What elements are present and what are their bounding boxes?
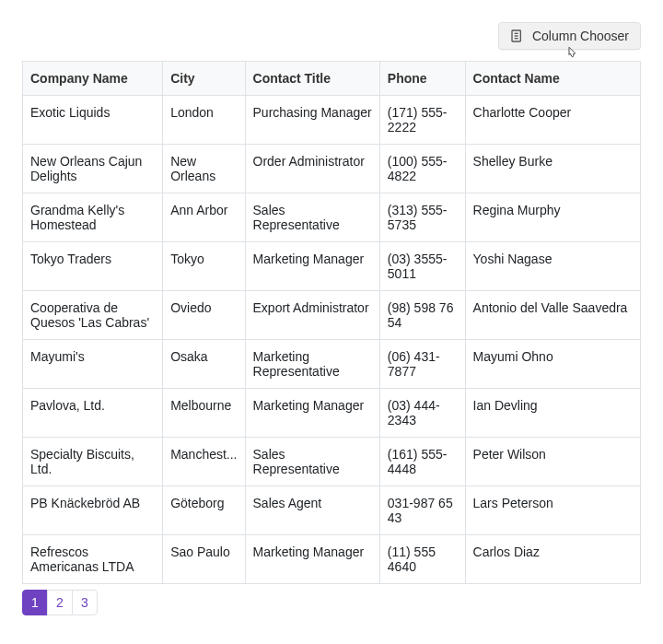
cell-city: London	[163, 96, 245, 145]
cell-company: Refrescos Americanas LTDA	[23, 535, 163, 584]
grid-toolbar: Column Chooser	[22, 22, 641, 50]
cell-company: Cooperativa de Quesos 'Las Cabras'	[23, 291, 163, 340]
table-row[interactable]: Pavlova, Ltd.MelbourneMarketing Manager(…	[23, 389, 641, 438]
cell-contact-title: Purchasing Manager	[245, 96, 379, 145]
table-row[interactable]: PB Knäckebröd ABGöteborgSales Agent031-9…	[23, 486, 641, 535]
column-header-phone[interactable]: Phone	[379, 62, 465, 96]
cell-phone: (11) 555 4640	[379, 535, 465, 584]
cell-contact-name: Antonio del Valle Saavedra	[465, 291, 640, 340]
cell-contact-title: Order Administrator	[245, 145, 379, 193]
column-chooser-label: Column Chooser	[532, 29, 629, 43]
cell-company: New Orleans Cajun Delights	[23, 145, 163, 193]
table-row[interactable]: New Orleans Cajun DelightsNew OrleansOrd…	[23, 145, 641, 193]
cell-city: Oviedo	[163, 291, 245, 340]
cell-contact-name: Lars Peterson	[465, 486, 640, 535]
cell-phone: (06) 431-7877	[379, 340, 465, 389]
column-header-city[interactable]: City	[163, 62, 245, 96]
cell-city: Tokyo	[163, 242, 245, 291]
cell-company: Grandma Kelly's Homestead	[23, 193, 163, 242]
cell-company: Exotic Liquids	[23, 96, 163, 145]
table-row[interactable]: Grandma Kelly's HomesteadAnn ArborSales …	[23, 193, 641, 242]
column-header-contact-title[interactable]: Contact Title	[245, 62, 379, 96]
cell-city: Ann Arbor	[163, 193, 245, 242]
table-row[interactable]: Tokyo TradersTokyoMarketing Manager(03) …	[23, 242, 641, 291]
cell-city: Sao Paulo	[163, 535, 245, 584]
table-row[interactable]: Cooperativa de Quesos 'Las Cabras'Oviedo…	[23, 291, 641, 340]
table-row[interactable]: Specialty Biscuits, Ltd.Manchest...Sales…	[23, 438, 641, 486]
cell-company: PB Knäckebröd AB	[23, 486, 163, 535]
header-row: Company Name City Contact Title Phone Co…	[23, 62, 641, 96]
column-header-contact-name[interactable]: Contact Name	[465, 62, 640, 96]
pager: 123	[22, 590, 641, 615]
column-chooser-button[interactable]: Column Chooser	[498, 22, 641, 50]
cell-phone: (100) 555-4822	[379, 145, 465, 193]
cell-phone: (03) 444-2343	[379, 389, 465, 438]
cell-phone: (161) 555-4448	[379, 438, 465, 486]
cell-contact-title: Sales Representative	[245, 193, 379, 242]
cell-contact-name: Peter Wilson	[465, 438, 640, 486]
cell-city: Osaka	[163, 340, 245, 389]
cell-contact-title: Sales Representative	[245, 438, 379, 486]
cell-contact-name: Ian Devling	[465, 389, 640, 438]
cell-company: Pavlova, Ltd.	[23, 389, 163, 438]
cell-company: Specialty Biscuits, Ltd.	[23, 438, 163, 486]
cell-city: Melbourne	[163, 389, 245, 438]
cell-phone: (313) 555-5735	[379, 193, 465, 242]
cell-company: Mayumi's	[23, 340, 163, 389]
cell-phone: (03) 3555-5011	[379, 242, 465, 291]
cell-contact-name: Mayumi Ohno	[465, 340, 640, 389]
cell-city: Göteborg	[163, 486, 245, 535]
cell-contact-name: Regina Murphy	[465, 193, 640, 242]
page-button-3[interactable]: 3	[72, 590, 98, 615]
cell-phone: (98) 598 76 54	[379, 291, 465, 340]
page-button-1[interactable]: 1	[22, 590, 48, 615]
table-row[interactable]: Refrescos Americanas LTDASao PauloMarket…	[23, 535, 641, 584]
cell-phone: 031-987 65 43	[379, 486, 465, 535]
table-row[interactable]: Mayumi'sOsakaMarketing Representative(06…	[23, 340, 641, 389]
cell-contact-name: Carlos Diaz	[465, 535, 640, 584]
cell-contact-title: Sales Agent	[245, 486, 379, 535]
cell-city: Manchest...	[163, 438, 245, 486]
cell-contact-title: Marketing Representative	[245, 340, 379, 389]
cell-company: Tokyo Traders	[23, 242, 163, 291]
cell-contact-name: Shelley Burke	[465, 145, 640, 193]
cell-contact-title: Marketing Manager	[245, 389, 379, 438]
cell-city: New Orleans	[163, 145, 245, 193]
cell-contact-title: Export Administrator	[245, 291, 379, 340]
cell-contact-name: Yoshi Nagase	[465, 242, 640, 291]
page-button-2[interactable]: 2	[47, 590, 73, 615]
data-grid: Company Name City Contact Title Phone Co…	[22, 61, 641, 584]
cell-contact-name: Charlotte Cooper	[465, 96, 640, 145]
cell-phone: (171) 555-2222	[379, 96, 465, 145]
table-row[interactable]: Exotic LiquidsLondonPurchasing Manager(1…	[23, 96, 641, 145]
cell-contact-title: Marketing Manager	[245, 535, 379, 584]
column-chooser-icon	[510, 29, 525, 43]
column-header-company-name[interactable]: Company Name	[23, 62, 163, 96]
cell-contact-title: Marketing Manager	[245, 242, 379, 291]
